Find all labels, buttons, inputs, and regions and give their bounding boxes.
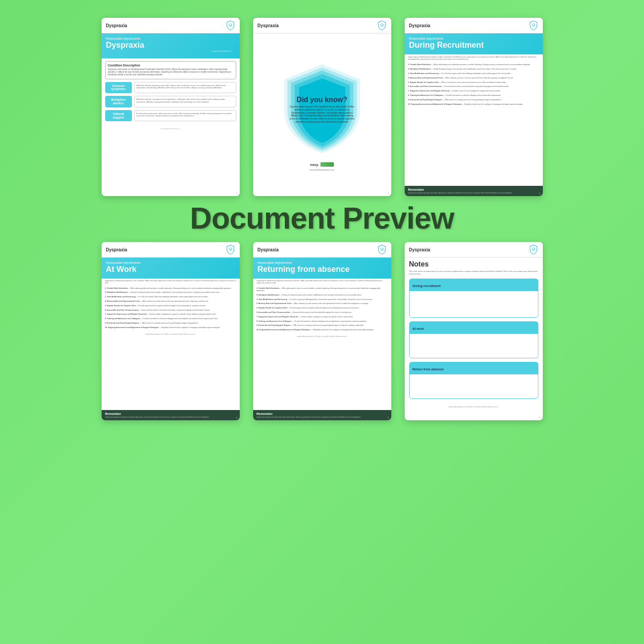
page4-remember-bar: Remember Supporting employees through re… [102,410,240,420]
page2-number: 2 [388,192,389,195]
symptoms-content: Difficulties with fine and gross motor s… [134,82,236,94]
page3-item-4: 4. Memory Aids and Organisational Tools … [408,77,539,79]
page5-remember-bar: Remember Supporting employees through re… [253,410,391,420]
page-title: Document Preview [190,201,454,235]
page3-item-1: 1. Flexible Work Schedules — When advert… [408,63,539,66]
notes-box-atwork-title: At work [413,327,424,330]
barriers-row: Workplace barriers Difficulties with tim… [105,96,236,107]
card-title-1: Dyspraxia [106,23,127,28]
notes-box-recruitment: During recruitment [409,279,538,318]
page3-remember-text: Supporting employees through reasonable … [408,192,539,194]
notes-box-return: Return from absence [409,362,538,399]
shield-icon-2 [377,21,387,30]
page4-item-8: 8. Training and Awareness for Colleagues… [105,317,236,320]
page5-blue-section: Reasonable Adjustments Returning from ab… [253,258,391,279]
support-label-box: Tailored Support [105,110,132,122]
shield-icon-5 [377,245,387,254]
page3-item-7: 7. Supportive Supervision and Regular Ch… [408,90,539,92]
notes-box-recruitment-title: During recruitment [413,284,441,287]
page4-remember-title: Remember [105,412,236,415]
notes-box-atwork: At work [409,321,538,358]
support-row: Tailored Support Provide written instruc… [105,110,236,122]
page3-desc: Supporting an individual with a health c… [405,54,543,62]
card-header-1: Dyspraxia [102,18,240,33]
page4-desc: Supporting an individual with dyspraxia … [102,279,240,285]
page3-number: 3 [539,192,541,195]
page5-remember-text: Supporting employees through reasonable … [257,416,388,418]
title-section: Document Preview [190,196,454,242]
notes-box-return-content[interactable] [409,374,538,399]
page5-item-9: 9. Emotional and Psychological Support —… [257,324,388,327]
page1-heading: Dyspraxia [106,41,235,50]
easy-badge-text: easy. [310,163,319,167]
page4-item-5: 5. Regular Breaks for Cognitive Rest — P… [105,304,236,307]
page3-remember-title: Remember [408,188,539,191]
shield-icon-3 [529,21,538,30]
page5-remember-title: Remember [257,412,388,415]
card-title-2: Dyspraxia [258,23,279,28]
top-row: Dyspraxia Reasonable Adjustments Dysprax… [102,18,543,196]
card-header-5: Dyspraxia [253,242,391,258]
document-card-4[interactable]: Dyspraxia Reasonable Adjustments At Work… [102,242,240,420]
page5-item-10: 10. Ongoing Assessment and Adjustment of… [257,328,388,331]
easy-badge-bar [320,162,334,167]
page2-website: easyhealthandsafety.com [309,168,334,171]
document-card-3[interactable]: Dyspraxia Reasonable Adjustments During … [405,18,543,196]
page5-list: 1. Flexible Work Schedules — When planni… [253,285,391,335]
page4-list: 1. Flexible Work Schedules — When planni… [102,285,240,332]
notes-box-return-header: Return from absence [409,362,538,374]
page5-number: 5 [388,416,389,419]
page3-item-3: 3. Task Modification and Structuring — F… [408,72,539,75]
notes-box-recruitment-header: During recruitment [409,279,538,291]
notes-box-recruitment-content[interactable] [409,291,538,318]
did-you-know-body: Dyspraxia affects around 5-6% of people … [289,106,356,124]
document-card-5[interactable]: Dyspraxia Reasonable Adjustments Returni… [253,242,391,420]
did-you-know-page: Did you know? Dyspraxia affects around 5… [253,33,391,196]
notes-box-atwork-header: At work [409,321,538,334]
page6-number: 6 [539,416,541,419]
barriers-content: Difficulties with time management and or… [134,96,236,107]
page4-item-6: 6. Accessible and Clear Communication — … [105,309,236,312]
page3-item-9: 9. Emotional and Psychological Support —… [408,98,539,101]
document-card-1[interactable]: Dyspraxia Reasonable Adjustments Dysprax… [102,18,240,196]
page4-item-1: 1. Flexible Work Schedules — When planni… [105,287,236,290]
notes-desc: This notes section provides space for yo… [409,270,538,275]
page4-blue-section: Reasonable Adjustments At Work [102,258,240,279]
page4-item-9: 9. Emotional and Psychological Support —… [105,322,236,324]
notes-title: Notes [409,260,538,268]
page5-ra-label: Reasonable Adjustments [258,261,387,264]
page4-heading: At Work [106,265,235,274]
page1-number: 1 [236,192,238,195]
page4-item-3: 3. Task Modification and Structuring — F… [105,295,236,298]
notes-box-atwork-content[interactable] [409,334,538,358]
page3-item-5: 5. Regular Breaks for Cognitive Rest — W… [408,81,539,84]
page3-item-2: 2. Workplace Modifications — Notify the … [408,68,539,70]
document-card-6[interactable]: Dyspraxia Notes This notes section provi… [405,242,543,420]
document-card-2[interactable]: Dyspraxia [253,18,391,196]
condition-box: Condition Description Dyspraxia, also kn… [105,61,236,79]
page1-footer: easyhealthandsafety.com [102,127,240,131]
shield-icon-1 [226,21,235,30]
page4-item-7: 7. Supportive Supervision and Regular Ch… [105,313,236,316]
page4-footer: easyhealthandsafety.com | Simple, access… [102,332,240,343]
card-title-6: Dyspraxia [409,247,431,252]
notes-section: Notes This notes section provides space … [405,258,543,405]
page3-list: 1. Flexible Work Schedules — When advert… [405,62,543,109]
page4-item-2: 2. Workplace Modifications — Review the … [105,291,236,294]
page5-item-1: 1. Flexible Work Schedules — When planni… [257,287,388,292]
page3-item-6: 6. Accessible and Clear Communication — … [408,85,539,88]
page5-item-7: 7. Supportive Supervision and Regular Ch… [257,316,388,318]
card-title-3: Dyspraxia [409,23,431,28]
card-header-3: Dyspraxia [405,18,543,33]
shield-container: Did you know? Dyspraxia affects around 5… [278,61,367,159]
did-you-know-text-container: Did you know? Dyspraxia affects around 5… [289,95,356,124]
page3-item-10: 10. Ongoing Assessment and Adjustment of… [408,103,539,106]
page3-item-8: 8. Training and Awareness for Colleagues… [408,94,539,97]
page5-item-8: 8. Training and Awareness for Colleagues… [257,320,388,323]
card-header-6: Dyspraxia [405,242,543,258]
page5-item-5: 5. Regular Breaks for Cognitive Rest — P… [257,307,388,309]
did-you-know-title: Did you know? [289,95,356,104]
shield-icon-6 [529,245,538,254]
page5-heading: Returning from absence [258,265,387,274]
condition-title: Condition Description [108,64,234,67]
